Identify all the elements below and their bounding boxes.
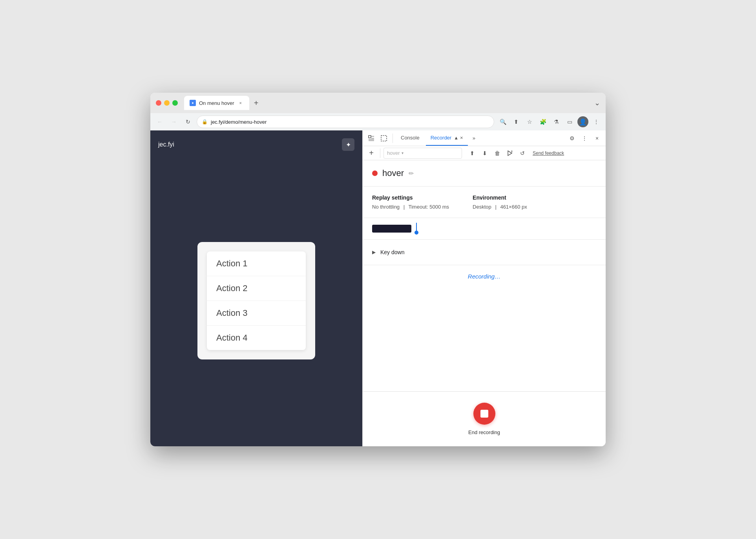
timeline-area xyxy=(363,218,606,240)
menu-item-action3[interactable]: Action 3 xyxy=(207,301,306,326)
tab-title: On menu hover xyxy=(199,100,234,106)
devtools-settings-button[interactable]: ⚙ xyxy=(566,133,577,144)
replay-settings-title: Replay settings xyxy=(372,194,449,201)
send-feedback-link[interactable]: Send feedback xyxy=(533,150,564,156)
environment-details: Desktop | 461×660 px xyxy=(473,204,527,210)
replay-button[interactable] xyxy=(504,148,515,159)
site-content-area: Action 1 Action 2 Action 3 Action 4 xyxy=(158,163,354,438)
devtools-panel: Console Recorder ▲ × » ⚙ ⋮ × + hover xyxy=(362,130,606,446)
devtools-toolbar: Console Recorder ▲ × » ⚙ ⋮ × xyxy=(363,130,606,146)
step-item: ▶ Key down xyxy=(372,246,596,258)
new-tab-button[interactable]: + xyxy=(251,97,262,108)
timeline-bar xyxy=(372,225,411,233)
traffic-lights xyxy=(156,100,178,106)
lock-icon: 🔒 xyxy=(202,119,208,125)
title-bar: ● On menu hover × + ⌄ xyxy=(150,93,606,113)
svg-rect-1 xyxy=(381,136,387,141)
recorder-close-button[interactable]: × xyxy=(460,135,463,141)
theme-toggle-button[interactable]: ✦ xyxy=(342,138,354,151)
recording-status-dot xyxy=(372,170,378,176)
secondary-toolbar-divider xyxy=(380,148,380,158)
slow-replay-button[interactable]: ↺ xyxy=(517,148,528,159)
profile-button[interactable]: 👤 xyxy=(577,116,588,127)
step-expand-button[interactable]: ▶ xyxy=(372,249,376,255)
extensions-icon-button[interactable]: 🧩 xyxy=(537,116,548,127)
recording-title-area: hover ✏ xyxy=(363,160,606,187)
browser-window: ● On menu hover × + ⌄ ← → ↻ 🔒 jec.fyi/de… xyxy=(150,93,606,446)
import-button[interactable]: ⬇ xyxy=(479,148,490,159)
step-label: Key down xyxy=(380,249,404,255)
close-traffic-light[interactable] xyxy=(156,100,161,106)
minimize-traffic-light[interactable] xyxy=(164,100,170,106)
environment-title: Environment xyxy=(473,194,527,201)
steps-section: ▶ Key down xyxy=(363,240,606,265)
devtools-inspect-button[interactable] xyxy=(366,133,377,144)
recording-name-value: hover xyxy=(387,150,400,156)
site-title: jec.fyi xyxy=(158,141,174,148)
menu-card: Action 1 Action 2 Action 3 Action 4 xyxy=(197,242,315,359)
star-icon-button[interactable]: ☆ xyxy=(524,116,535,127)
recording-dropdown-arrow[interactable]: ▾ xyxy=(402,151,404,155)
recording-action-icons: ⬆ ⬇ 🗑 ↺ xyxy=(467,148,528,159)
tab-console[interactable]: Console xyxy=(396,130,424,146)
replay-settings-details: No throttling | Timeout: 5000 ms xyxy=(372,204,449,210)
toolbar-divider xyxy=(393,134,393,143)
active-tab[interactable]: ● On menu hover × xyxy=(184,96,249,110)
add-recording-button[interactable]: + xyxy=(366,148,377,159)
menu-inner: Action 1 Action 2 Action 3 Action 4 xyxy=(207,251,306,350)
website-panel: jec.fyi ✦ Action 1 Action 2 Action 3 Act… xyxy=(150,130,362,446)
menu-item-action2[interactable]: Action 2 xyxy=(207,276,306,301)
cast-icon-button[interactable]: ▭ xyxy=(564,116,575,127)
share-icon-button[interactable]: ⬆ xyxy=(511,116,522,127)
end-recording-label: End recording xyxy=(468,429,500,435)
menu-item-action1[interactable]: Action 1 xyxy=(207,251,306,276)
tab-recorder[interactable]: Recorder ▲ × xyxy=(426,130,468,146)
devtools-more-button[interactable]: ⋮ xyxy=(579,133,590,144)
main-content: jec.fyi ✦ Action 1 Action 2 Action 3 Act… xyxy=(150,130,606,446)
forward-button[interactable]: → xyxy=(168,116,179,127)
tab-close-button[interactable]: × xyxy=(237,100,244,106)
flask-icon-button[interactable]: ⚗ xyxy=(551,116,562,127)
end-recording-section: End recording xyxy=(363,391,606,446)
nav-icons: 🔍 ⬆ ☆ 🧩 ⚗ ▭ 👤 ⋮ xyxy=(497,116,602,127)
tab-bar: ● On menu hover × + ⌄ xyxy=(184,96,600,110)
menu-item-action4[interactable]: Action 4 xyxy=(207,326,306,350)
environment-col: Environment Desktop | 461×660 px xyxy=(473,194,527,210)
tab-favicon: ● xyxy=(190,100,196,106)
address-text: jec.fyi/demo/menu-hover xyxy=(211,119,267,125)
more-tabs-button[interactable]: » xyxy=(469,130,478,146)
stop-icon xyxy=(480,410,488,418)
export-button[interactable]: ⬆ xyxy=(467,148,478,159)
maximize-traffic-light[interactable] xyxy=(172,100,178,106)
timeline-dot xyxy=(415,231,418,235)
replay-settings-col: Replay settings No throttling | Timeout:… xyxy=(372,194,449,210)
devtools-close-button[interactable]: × xyxy=(592,133,603,144)
end-recording-button[interactable] xyxy=(473,403,495,425)
back-button[interactable]: ← xyxy=(154,116,165,127)
reload-button[interactable]: ↻ xyxy=(183,116,194,127)
tab-list-button[interactable]: ⌄ xyxy=(594,99,600,107)
address-bar[interactable]: 🔒 jec.fyi/demo/menu-hover xyxy=(197,116,494,128)
devtools-select-button[interactable] xyxy=(378,133,389,144)
recording-status-text: Recording… xyxy=(468,273,500,280)
more-menu-button[interactable]: ⋮ xyxy=(591,116,602,127)
devtools-secondary-toolbar: + hover ▾ ⬆ ⬇ 🗑 xyxy=(363,146,606,160)
svg-rect-0 xyxy=(369,136,371,138)
recording-name: hover xyxy=(382,168,404,178)
delete-button[interactable]: 🗑 xyxy=(492,148,503,159)
site-header: jec.fyi ✦ xyxy=(158,138,354,151)
svg-marker-2 xyxy=(508,151,512,156)
settings-section: Replay settings No throttling | Timeout:… xyxy=(363,187,606,218)
nav-bar: ← → ↻ 🔒 jec.fyi/demo/menu-hover 🔍 ⬆ ☆ 🧩 … xyxy=(150,113,606,130)
search-icon-button[interactable]: 🔍 xyxy=(497,116,508,127)
recording-name-input[interactable]: hover ▾ xyxy=(383,148,462,159)
recording-status-area: Recording… xyxy=(363,265,606,288)
edit-recording-name-button[interactable]: ✏ xyxy=(409,170,414,177)
